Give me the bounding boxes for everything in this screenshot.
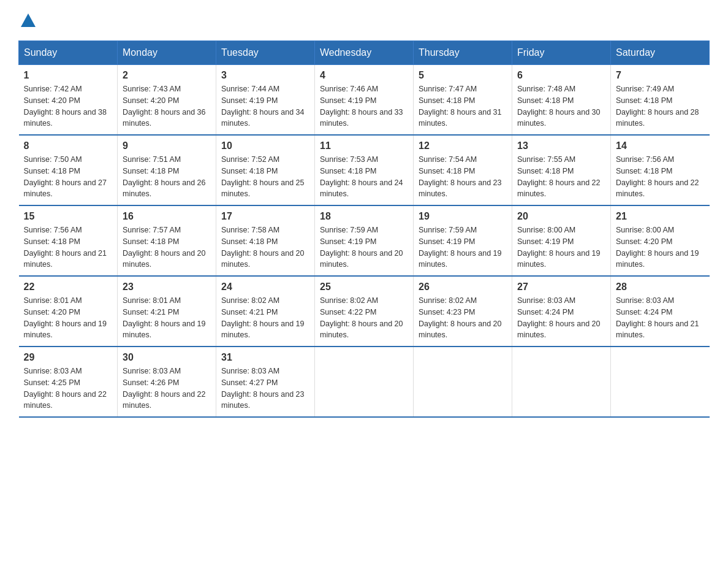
weekday-row: SundayMondayTuesdayWednesdayThursdayFrid…	[19, 41, 710, 65]
day-info: Sunrise: 7:42 AM Sunset: 4:20 PM Dayligh…	[24, 83, 113, 129]
day-number: 11	[320, 140, 408, 151]
day-info: Sunrise: 8:00 AM Sunset: 4:20 PM Dayligh…	[616, 224, 705, 270]
svg-marker-0	[21, 13, 36, 27]
day-number: 6	[517, 70, 605, 81]
weekday-header-tuesday: Tuesday	[216, 41, 315, 65]
calendar-cell: 27 Sunrise: 8:03 AM Sunset: 4:24 PM Dayl…	[512, 276, 611, 347]
day-number: 23	[123, 282, 211, 293]
calendar-cell: 24 Sunrise: 8:02 AM Sunset: 4:21 PM Dayl…	[216, 276, 315, 347]
day-number: 15	[24, 211, 113, 222]
day-number: 7	[616, 70, 705, 81]
day-info: Sunrise: 7:49 AM Sunset: 4:18 PM Dayligh…	[616, 83, 705, 129]
day-number: 5	[419, 70, 507, 81]
day-number: 8	[24, 140, 113, 151]
week-row-1: 1 Sunrise: 7:42 AM Sunset: 4:20 PM Dayli…	[19, 65, 710, 136]
day-number: 18	[320, 211, 408, 222]
day-number: 9	[123, 140, 211, 151]
calendar-cell: 13 Sunrise: 7:55 AM Sunset: 4:18 PM Dayl…	[512, 135, 611, 205]
day-number: 17	[221, 211, 309, 222]
calendar-cell: 25 Sunrise: 8:02 AM Sunset: 4:22 PM Dayl…	[315, 276, 414, 347]
calendar-cell: 30 Sunrise: 8:03 AM Sunset: 4:26 PM Dayl…	[118, 347, 216, 417]
day-info: Sunrise: 8:00 AM Sunset: 4:19 PM Dayligh…	[517, 224, 605, 270]
day-number: 31	[221, 352, 309, 363]
weekday-header-sunday: Sunday	[19, 41, 118, 65]
day-number: 24	[221, 282, 309, 293]
calendar-header: SundayMondayTuesdayWednesdayThursdayFrid…	[19, 41, 710, 65]
day-info: Sunrise: 7:48 AM Sunset: 4:18 PM Dayligh…	[517, 83, 605, 129]
day-info: Sunrise: 7:50 AM Sunset: 4:18 PM Dayligh…	[24, 154, 113, 200]
page-header	[18, 12, 710, 28]
day-info: Sunrise: 8:03 AM Sunset: 4:24 PM Dayligh…	[616, 295, 705, 341]
day-info: Sunrise: 7:58 AM Sunset: 4:18 PM Dayligh…	[221, 224, 309, 270]
calendar-cell: 1 Sunrise: 7:42 AM Sunset: 4:20 PM Dayli…	[19, 65, 118, 136]
day-number: 19	[419, 211, 507, 222]
day-number: 1	[24, 70, 113, 81]
day-info: Sunrise: 7:59 AM Sunset: 4:19 PM Dayligh…	[419, 224, 507, 270]
day-number: 27	[517, 282, 605, 293]
calendar-cell: 2 Sunrise: 7:43 AM Sunset: 4:20 PM Dayli…	[118, 65, 216, 136]
day-number: 28	[616, 282, 705, 293]
calendar-cell	[512, 347, 611, 417]
day-number: 3	[221, 70, 309, 81]
day-info: Sunrise: 7:59 AM Sunset: 4:19 PM Dayligh…	[320, 224, 408, 270]
day-number: 26	[419, 282, 507, 293]
day-info: Sunrise: 7:43 AM Sunset: 4:20 PM Dayligh…	[123, 83, 211, 129]
day-info: Sunrise: 8:02 AM Sunset: 4:23 PM Dayligh…	[419, 295, 507, 341]
day-info: Sunrise: 8:03 AM Sunset: 4:25 PM Dayligh…	[24, 366, 113, 412]
logo-triangle-icon	[20, 12, 37, 28]
calendar-cell	[315, 347, 414, 417]
day-number: 4	[320, 70, 408, 81]
calendar-cell: 19 Sunrise: 7:59 AM Sunset: 4:19 PM Dayl…	[414, 205, 512, 276]
day-number: 29	[24, 352, 113, 363]
day-info: Sunrise: 8:03 AM Sunset: 4:26 PM Dayligh…	[123, 366, 211, 412]
day-number: 25	[320, 282, 408, 293]
day-info: Sunrise: 7:52 AM Sunset: 4:18 PM Dayligh…	[221, 154, 309, 200]
weekday-header-friday: Friday	[512, 41, 611, 65]
day-info: Sunrise: 7:44 AM Sunset: 4:19 PM Dayligh…	[221, 83, 309, 129]
day-info: Sunrise: 7:55 AM Sunset: 4:18 PM Dayligh…	[517, 154, 605, 200]
day-number: 10	[221, 140, 309, 151]
day-number: 16	[123, 211, 211, 222]
logo	[18, 12, 37, 28]
calendar-cell: 21 Sunrise: 8:00 AM Sunset: 4:20 PM Dayl…	[611, 205, 710, 276]
calendar-table: SundayMondayTuesdayWednesdayThursdayFrid…	[18, 40, 710, 418]
day-info: Sunrise: 8:01 AM Sunset: 4:20 PM Dayligh…	[24, 295, 113, 341]
calendar-cell: 14 Sunrise: 7:56 AM Sunset: 4:18 PM Dayl…	[611, 135, 710, 205]
calendar-cell: 23 Sunrise: 8:01 AM Sunset: 4:21 PM Dayl…	[118, 276, 216, 347]
calendar-cell: 4 Sunrise: 7:46 AM Sunset: 4:19 PM Dayli…	[315, 65, 414, 136]
day-number: 21	[616, 211, 705, 222]
day-info: Sunrise: 8:01 AM Sunset: 4:21 PM Dayligh…	[123, 295, 211, 341]
week-row-3: 15 Sunrise: 7:56 AM Sunset: 4:18 PM Dayl…	[19, 205, 710, 276]
day-number: 14	[616, 140, 705, 151]
calendar-cell: 31 Sunrise: 8:03 AM Sunset: 4:27 PM Dayl…	[216, 347, 315, 417]
day-info: Sunrise: 7:51 AM Sunset: 4:18 PM Dayligh…	[123, 154, 211, 200]
calendar-cell: 20 Sunrise: 8:00 AM Sunset: 4:19 PM Dayl…	[512, 205, 611, 276]
week-row-5: 29 Sunrise: 8:03 AM Sunset: 4:25 PM Dayl…	[19, 347, 710, 417]
calendar-cell: 8 Sunrise: 7:50 AM Sunset: 4:18 PM Dayli…	[19, 135, 118, 205]
day-number: 13	[517, 140, 605, 151]
calendar-cell: 11 Sunrise: 7:53 AM Sunset: 4:18 PM Dayl…	[315, 135, 414, 205]
day-info: Sunrise: 7:56 AM Sunset: 4:18 PM Dayligh…	[616, 154, 705, 200]
weekday-header-thursday: Thursday	[414, 41, 512, 65]
week-row-2: 8 Sunrise: 7:50 AM Sunset: 4:18 PM Dayli…	[19, 135, 710, 205]
week-row-4: 22 Sunrise: 8:01 AM Sunset: 4:20 PM Dayl…	[19, 276, 710, 347]
calendar-body: 1 Sunrise: 7:42 AM Sunset: 4:20 PM Dayli…	[19, 65, 710, 418]
calendar-cell: 16 Sunrise: 7:57 AM Sunset: 4:18 PM Dayl…	[118, 205, 216, 276]
day-info: Sunrise: 7:53 AM Sunset: 4:18 PM Dayligh…	[320, 154, 408, 200]
calendar-cell: 6 Sunrise: 7:48 AM Sunset: 4:18 PM Dayli…	[512, 65, 611, 136]
calendar-cell: 15 Sunrise: 7:56 AM Sunset: 4:18 PM Dayl…	[19, 205, 118, 276]
calendar-cell: 28 Sunrise: 8:03 AM Sunset: 4:24 PM Dayl…	[611, 276, 710, 347]
day-info: Sunrise: 7:47 AM Sunset: 4:18 PM Dayligh…	[419, 83, 507, 129]
weekday-header-saturday: Saturday	[611, 41, 710, 65]
day-info: Sunrise: 8:03 AM Sunset: 4:27 PM Dayligh…	[221, 366, 309, 412]
calendar-cell: 5 Sunrise: 7:47 AM Sunset: 4:18 PM Dayli…	[414, 65, 512, 136]
day-info: Sunrise: 8:02 AM Sunset: 4:21 PM Dayligh…	[221, 295, 309, 341]
day-number: 12	[419, 140, 507, 151]
day-info: Sunrise: 7:57 AM Sunset: 4:18 PM Dayligh…	[123, 224, 211, 270]
calendar-cell: 7 Sunrise: 7:49 AM Sunset: 4:18 PM Dayli…	[611, 65, 710, 136]
calendar-cell: 9 Sunrise: 7:51 AM Sunset: 4:18 PM Dayli…	[118, 135, 216, 205]
day-info: Sunrise: 7:46 AM Sunset: 4:19 PM Dayligh…	[320, 83, 408, 129]
day-number: 20	[517, 211, 605, 222]
calendar-cell	[611, 347, 710, 417]
day-info: Sunrise: 7:54 AM Sunset: 4:18 PM Dayligh…	[419, 154, 507, 200]
